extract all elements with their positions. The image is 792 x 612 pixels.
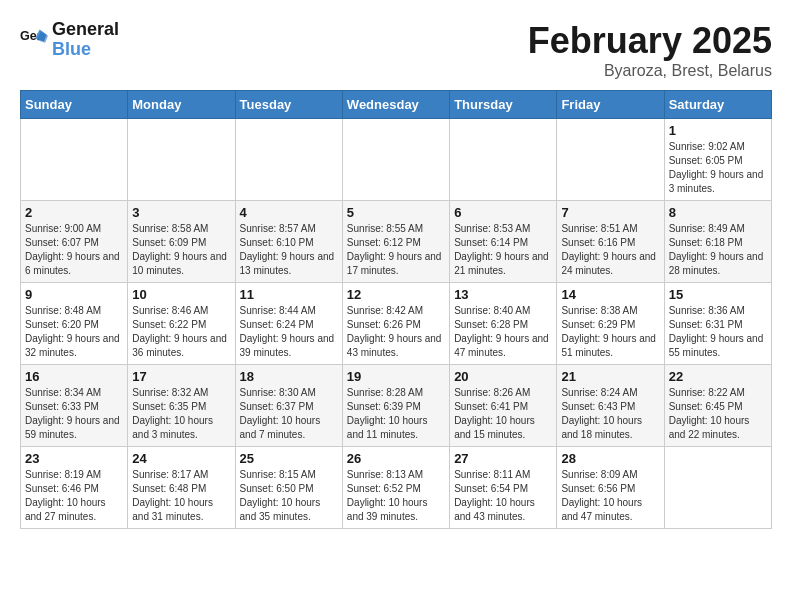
calendar-cell: 9Sunrise: 8:48 AM Sunset: 6:20 PM Daylig… [21, 283, 128, 365]
calendar-cell: 23Sunrise: 8:19 AM Sunset: 6:46 PM Dayli… [21, 447, 128, 529]
calendar-cell: 26Sunrise: 8:13 AM Sunset: 6:52 PM Dayli… [342, 447, 449, 529]
calendar-cell: 13Sunrise: 8:40 AM Sunset: 6:28 PM Dayli… [450, 283, 557, 365]
calendar-cell: 25Sunrise: 8:15 AM Sunset: 6:50 PM Dayli… [235, 447, 342, 529]
weekday-header: Thursday [450, 91, 557, 119]
weekday-header: Monday [128, 91, 235, 119]
day-number: 11 [240, 287, 338, 302]
calendar-cell: 11Sunrise: 8:44 AM Sunset: 6:24 PM Dayli… [235, 283, 342, 365]
day-info: Sunrise: 8:38 AM Sunset: 6:29 PM Dayligh… [561, 304, 659, 360]
calendar-cell [128, 119, 235, 201]
day-info: Sunrise: 8:36 AM Sunset: 6:31 PM Dayligh… [669, 304, 767, 360]
page-header: Gen General Blue February 2025 Byaroza, … [20, 20, 772, 80]
calendar-cell: 15Sunrise: 8:36 AM Sunset: 6:31 PM Dayli… [664, 283, 771, 365]
day-number: 24 [132, 451, 230, 466]
title-block: February 2025 Byaroza, Brest, Belarus [528, 20, 772, 80]
month-title: February 2025 [528, 20, 772, 62]
calendar-cell: 2Sunrise: 9:00 AM Sunset: 6:07 PM Daylig… [21, 201, 128, 283]
calendar-cell: 6Sunrise: 8:53 AM Sunset: 6:14 PM Daylig… [450, 201, 557, 283]
calendar-week-row: 1Sunrise: 9:02 AM Sunset: 6:05 PM Daylig… [21, 119, 772, 201]
day-info: Sunrise: 8:46 AM Sunset: 6:22 PM Dayligh… [132, 304, 230, 360]
day-info: Sunrise: 8:15 AM Sunset: 6:50 PM Dayligh… [240, 468, 338, 524]
day-number: 6 [454, 205, 552, 220]
day-info: Sunrise: 8:34 AM Sunset: 6:33 PM Dayligh… [25, 386, 123, 442]
day-info: Sunrise: 8:26 AM Sunset: 6:41 PM Dayligh… [454, 386, 552, 442]
logo: Gen General Blue [20, 20, 119, 60]
day-number: 23 [25, 451, 123, 466]
calendar-cell [664, 447, 771, 529]
day-info: Sunrise: 8:24 AM Sunset: 6:43 PM Dayligh… [561, 386, 659, 442]
day-number: 20 [454, 369, 552, 384]
calendar-table: SundayMondayTuesdayWednesdayThursdayFrid… [20, 90, 772, 529]
calendar-cell: 24Sunrise: 8:17 AM Sunset: 6:48 PM Dayli… [128, 447, 235, 529]
day-info: Sunrise: 8:30 AM Sunset: 6:37 PM Dayligh… [240, 386, 338, 442]
calendar-cell: 20Sunrise: 8:26 AM Sunset: 6:41 PM Dayli… [450, 365, 557, 447]
calendar-header: SundayMondayTuesdayWednesdayThursdayFrid… [21, 91, 772, 119]
day-info: Sunrise: 8:42 AM Sunset: 6:26 PM Dayligh… [347, 304, 445, 360]
day-number: 2 [25, 205, 123, 220]
calendar-week-row: 23Sunrise: 8:19 AM Sunset: 6:46 PM Dayli… [21, 447, 772, 529]
day-number: 12 [347, 287, 445, 302]
day-info: Sunrise: 8:44 AM Sunset: 6:24 PM Dayligh… [240, 304, 338, 360]
day-info: Sunrise: 8:49 AM Sunset: 6:18 PM Dayligh… [669, 222, 767, 278]
calendar-week-row: 9Sunrise: 8:48 AM Sunset: 6:20 PM Daylig… [21, 283, 772, 365]
calendar-cell [342, 119, 449, 201]
calendar-week-row: 2Sunrise: 9:00 AM Sunset: 6:07 PM Daylig… [21, 201, 772, 283]
day-number: 16 [25, 369, 123, 384]
day-number: 1 [669, 123, 767, 138]
location-subtitle: Byaroza, Brest, Belarus [528, 62, 772, 80]
calendar-cell: 18Sunrise: 8:30 AM Sunset: 6:37 PM Dayli… [235, 365, 342, 447]
day-number: 22 [669, 369, 767, 384]
weekday-row: SundayMondayTuesdayWednesdayThursdayFrid… [21, 91, 772, 119]
calendar-cell: 8Sunrise: 8:49 AM Sunset: 6:18 PM Daylig… [664, 201, 771, 283]
calendar-cell: 21Sunrise: 8:24 AM Sunset: 6:43 PM Dayli… [557, 365, 664, 447]
day-number: 14 [561, 287, 659, 302]
calendar-cell: 19Sunrise: 8:28 AM Sunset: 6:39 PM Dayli… [342, 365, 449, 447]
calendar-cell [21, 119, 128, 201]
calendar-cell: 10Sunrise: 8:46 AM Sunset: 6:22 PM Dayli… [128, 283, 235, 365]
day-number: 28 [561, 451, 659, 466]
day-info: Sunrise: 8:22 AM Sunset: 6:45 PM Dayligh… [669, 386, 767, 442]
weekday-header: Tuesday [235, 91, 342, 119]
day-number: 25 [240, 451, 338, 466]
day-info: Sunrise: 8:55 AM Sunset: 6:12 PM Dayligh… [347, 222, 445, 278]
calendar-cell: 16Sunrise: 8:34 AM Sunset: 6:33 PM Dayli… [21, 365, 128, 447]
day-number: 4 [240, 205, 338, 220]
calendar-cell: 28Sunrise: 8:09 AM Sunset: 6:56 PM Dayli… [557, 447, 664, 529]
calendar-cell: 17Sunrise: 8:32 AM Sunset: 6:35 PM Dayli… [128, 365, 235, 447]
logo-line2: Blue [52, 40, 119, 60]
weekday-header: Wednesday [342, 91, 449, 119]
day-number: 26 [347, 451, 445, 466]
calendar-cell: 27Sunrise: 8:11 AM Sunset: 6:54 PM Dayli… [450, 447, 557, 529]
day-number: 17 [132, 369, 230, 384]
day-info: Sunrise: 8:58 AM Sunset: 6:09 PM Dayligh… [132, 222, 230, 278]
day-number: 21 [561, 369, 659, 384]
calendar-cell: 22Sunrise: 8:22 AM Sunset: 6:45 PM Dayli… [664, 365, 771, 447]
day-number: 7 [561, 205, 659, 220]
calendar-cell: 3Sunrise: 8:58 AM Sunset: 6:09 PM Daylig… [128, 201, 235, 283]
day-info: Sunrise: 8:32 AM Sunset: 6:35 PM Dayligh… [132, 386, 230, 442]
weekday-header: Sunday [21, 91, 128, 119]
calendar-cell: 7Sunrise: 8:51 AM Sunset: 6:16 PM Daylig… [557, 201, 664, 283]
day-info: Sunrise: 9:02 AM Sunset: 6:05 PM Dayligh… [669, 140, 767, 196]
calendar-cell: 4Sunrise: 8:57 AM Sunset: 6:10 PM Daylig… [235, 201, 342, 283]
day-info: Sunrise: 8:09 AM Sunset: 6:56 PM Dayligh… [561, 468, 659, 524]
day-info: Sunrise: 8:57 AM Sunset: 6:10 PM Dayligh… [240, 222, 338, 278]
day-info: Sunrise: 8:19 AM Sunset: 6:46 PM Dayligh… [25, 468, 123, 524]
calendar-cell: 14Sunrise: 8:38 AM Sunset: 6:29 PM Dayli… [557, 283, 664, 365]
day-info: Sunrise: 8:11 AM Sunset: 6:54 PM Dayligh… [454, 468, 552, 524]
day-number: 27 [454, 451, 552, 466]
weekday-header: Friday [557, 91, 664, 119]
calendar-cell: 1Sunrise: 9:02 AM Sunset: 6:05 PM Daylig… [664, 119, 771, 201]
day-info: Sunrise: 8:17 AM Sunset: 6:48 PM Dayligh… [132, 468, 230, 524]
day-number: 5 [347, 205, 445, 220]
day-number: 13 [454, 287, 552, 302]
calendar-cell: 12Sunrise: 8:42 AM Sunset: 6:26 PM Dayli… [342, 283, 449, 365]
day-info: Sunrise: 8:51 AM Sunset: 6:16 PM Dayligh… [561, 222, 659, 278]
day-info: Sunrise: 8:53 AM Sunset: 6:14 PM Dayligh… [454, 222, 552, 278]
day-number: 19 [347, 369, 445, 384]
calendar-cell [235, 119, 342, 201]
day-info: Sunrise: 8:13 AM Sunset: 6:52 PM Dayligh… [347, 468, 445, 524]
logo-line1: General [52, 20, 119, 40]
day-number: 3 [132, 205, 230, 220]
day-number: 9 [25, 287, 123, 302]
